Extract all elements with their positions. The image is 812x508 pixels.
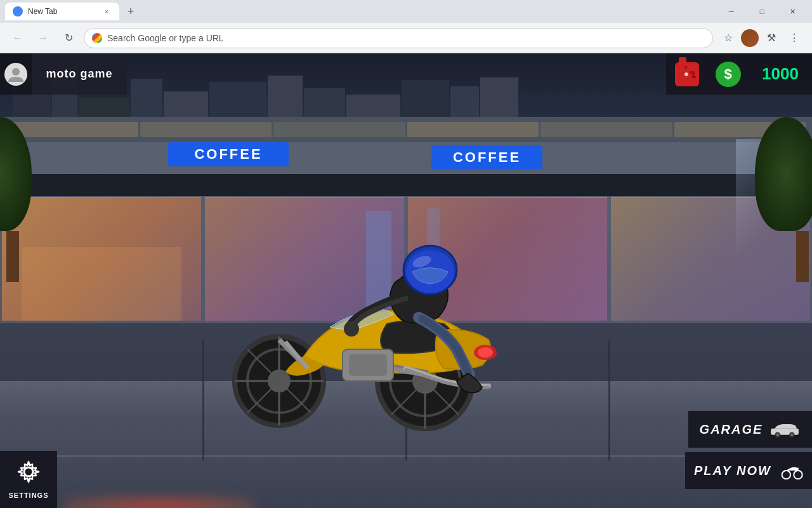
title-bar: New Tab × + ─ □ ✕ [0, 0, 812, 23]
tree-trunk-left [6, 231, 19, 282]
motorcycle-glow [63, 495, 254, 508]
money-amount: 1000 [762, 64, 799, 84]
hud-money-panel: $ [707, 53, 749, 95]
store-window-1 [2, 197, 201, 321]
tree-trunk-right [796, 231, 809, 282]
svg-rect-32 [692, 76, 696, 78]
nav-right: ☆ ⚒ ⋮ [718, 28, 804, 48]
tab-label: New Tab [28, 7, 57, 16]
svg-point-33 [24, 467, 33, 476]
fuel-icon [675, 62, 699, 86]
svg-point-40 [794, 471, 802, 479]
tab-close-button[interactable]: × [102, 6, 112, 17]
bookmark-button[interactable]: ☆ [718, 28, 738, 48]
svg-point-22 [344, 321, 359, 337]
tree-right [787, 117, 812, 282]
svg-point-38 [790, 433, 794, 436]
garage-button[interactable]: GARAGE [688, 411, 812, 448]
browser-frame: New Tab × + ─ □ ✕ ← → ↻ Search Google or… [0, 0, 812, 508]
forward-button[interactable]: → [33, 28, 53, 48]
google-icon [92, 33, 102, 43]
window-controls: ─ □ ✕ [717, 0, 807, 23]
hud-fuel-panel [666, 53, 707, 95]
minimize-button[interactable]: ─ [717, 0, 746, 23]
tab-favicon [13, 6, 23, 17]
hud-amount-panel: 1000 [749, 53, 812, 95]
svg-point-36 [776, 433, 780, 436]
settings-label: SETTINGS [8, 491, 48, 499]
svg-point-39 [782, 471, 790, 479]
column-divider-3 [608, 340, 610, 460]
coffee-sign-2-text: COFFEE [453, 149, 521, 166]
hud-title-panel: moto game [32, 53, 127, 95]
tree-left [0, 117, 32, 282]
nav-bar: ← → ↻ Search Google or type a URL ☆ ⚒ ⋮ [0, 23, 812, 53]
money-icon: $ [716, 62, 741, 87]
hud-user-panel [0, 53, 32, 95]
settings-gear-icon [16, 460, 41, 489]
browser-tab[interactable]: New Tab × [5, 3, 119, 20]
new-tab-button[interactable]: + [122, 3, 140, 20]
play-label: PLAY NOW [694, 464, 771, 478]
hud-user-icon [4, 63, 27, 86]
motorcycle-svg [203, 229, 520, 432]
tree-foliage-right [755, 117, 812, 231]
motorcycle-container [203, 229, 520, 432]
hud-top-left: moto game [0, 53, 127, 95]
game-title: moto game [46, 67, 112, 81]
play-now-button[interactable]: PLAY NOW [685, 452, 812, 489]
garage-label: GARAGE [700, 422, 763, 437]
extensions-button[interactable]: ⚒ [761, 28, 782, 48]
user-avatar[interactable] [741, 29, 759, 47]
svg-point-15 [478, 347, 493, 358]
coffee-sign-1-text: COFFEE [194, 146, 262, 163]
svg-rect-29 [684, 66, 687, 69]
back-button[interactable]: ← [8, 28, 28, 48]
coffee-sign-1: COFFEE [168, 142, 289, 166]
coffee-sign-2: COFFEE [431, 145, 542, 170]
search-placeholder: Search Google or type a URL [107, 33, 224, 43]
svg-rect-21 [349, 354, 387, 376]
hud-top-right: $ 1000 [666, 53, 812, 95]
menu-button[interactable]: ⋮ [784, 28, 804, 48]
play-icon [778, 461, 803, 480]
maximize-button[interactable]: □ [747, 0, 776, 23]
awning [0, 174, 812, 196]
svg-point-26 [12, 68, 20, 76]
settings-button[interactable]: SETTINGS [0, 451, 57, 508]
building-upper [0, 117, 812, 142]
garage-icon [769, 420, 801, 439]
tree-foliage-left [0, 117, 32, 231]
close-button[interactable]: ✕ [778, 0, 807, 23]
refresh-button[interactable]: ↻ [58, 28, 79, 48]
game-content: COFFEE COFFEE [0, 53, 812, 508]
address-bar[interactable]: Search Google or type a URL [84, 28, 713, 48]
